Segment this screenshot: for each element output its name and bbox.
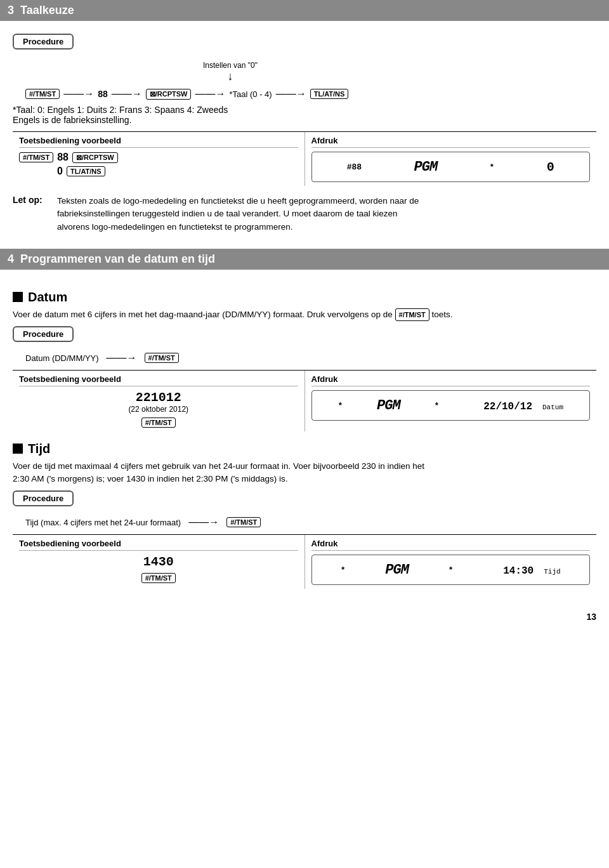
- pgm-star-tijd-r: *: [449, 565, 454, 575]
- toets-row-2: 0 TL/AT/NS: [19, 166, 298, 177]
- section4-title: Programmeren van de datum en tijd: [20, 253, 215, 266]
- arrow4: ——→: [276, 88, 306, 100]
- taal-label: *Taal (0 - 4): [229, 89, 272, 99]
- example-section-datum: Toetsbediening voorbeeld 221012 (22 okto…: [13, 370, 596, 431]
- datum-block: Datum Voer de datum met 6 cijfers in met…: [13, 290, 596, 431]
- procedure-box-1: Procedure: [13, 34, 74, 49]
- key-rcptsw-ex1: ⊠/RCPTSW: [72, 152, 118, 163]
- example-section-tijd: Toetsbediening voorbeeld 1430 #/TM/ST Af…: [13, 534, 596, 589]
- tijd-number: 1430: [19, 555, 298, 569]
- key-rcptsw-1: ⊠/RCPTSW: [146, 89, 192, 100]
- datum-print-label: Datum: [542, 404, 563, 411]
- datum-text: Voer de datum met 6 cijfers in met het d…: [13, 308, 596, 322]
- letop-text-3: Teksten zoals de logo-mededeling en func…: [57, 195, 419, 233]
- datum-toets-content: 221012 (22 oktober 2012) #/TM/ST: [19, 390, 298, 427]
- print-time-tijd: 14:30 Tijd: [503, 563, 560, 577]
- pgm-star-datum-l: *: [337, 401, 343, 411]
- letop-label-3: Let op:: [13, 195, 51, 233]
- print-display-datum: * PGM * 22/10/12 Datum: [311, 390, 591, 421]
- page-number-container: 13: [0, 605, 609, 628]
- page-number: 13: [586, 612, 596, 622]
- pgm-text-3: PGM: [414, 159, 438, 175]
- tijd-arrow: ——→: [188, 516, 219, 528]
- tijd-square: [13, 444, 23, 454]
- section3: 3 Taalkeuze Procedure Instellen van "0" …: [0, 0, 609, 249]
- procedure-box-tijd: Procedure: [13, 490, 74, 506]
- datum-date-text: (22 oktober 2012): [19, 405, 298, 414]
- section3-number: 3: [8, 4, 14, 17]
- arrow2: ——→: [112, 88, 142, 100]
- procedure-box-datum: Procedure: [13, 326, 74, 342]
- toetsbediening-header-datum: Toetsbediening voorbeeld: [19, 374, 298, 386]
- afdruk-header-3: Afdruk: [311, 136, 591, 148]
- section4-content: Datum Voer de datum met 6 cijfers in met…: [0, 276, 609, 605]
- pgm-star-tijd-l: *: [341, 565, 346, 575]
- key-tmst-datum-flow: #/TM/ST: [145, 353, 179, 363]
- print-val-3: 0: [547, 160, 554, 174]
- down-arrow-annotation: ↓: [227, 70, 233, 82]
- datum-flow-label: Datum (DD/MM/YY): [25, 353, 99, 363]
- tijd-text: Voer de tijd met maximaal 4 cijfers met …: [13, 460, 596, 486]
- toetsbediening-col-3: Toetsbediening voorbeeld #/TM/ST 88 ⊠/RC…: [13, 132, 305, 186]
- pgm-hash-3: #88: [347, 162, 362, 172]
- flow-row-3: #/TM/ST ——→ 88 ——→ ⊠/RCPTSW ——→ *Taal (0…: [25, 88, 596, 100]
- key-tmst-tijd-ex: #/TM/ST: [141, 573, 176, 583]
- val-0-ex: 0: [57, 166, 63, 177]
- print-display-3: #88 PGM * 0: [311, 152, 591, 182]
- pgm-text-tijd: PGM: [385, 562, 409, 578]
- tijd-header: Tijd: [13, 442, 596, 456]
- datum-arrow: ——→: [107, 352, 137, 364]
- key-tmst-datum-ref: #/TM/ST: [395, 308, 429, 322]
- val-88-ex: 88: [57, 152, 69, 163]
- afdruk-header-tijd: Afdruk: [311, 539, 591, 551]
- letop-3: Let op: Teksten zoals de logo-mededeling…: [13, 195, 596, 233]
- key-tmst-1: #/TM/ST: [25, 89, 60, 99]
- afdruk-col-3: Afdruk #88 PGM * 0: [305, 132, 597, 186]
- key-tmst-tijd-flow: #/TM/ST: [226, 517, 261, 527]
- afdruk-col-datum: Afdruk * PGM * 22/10/12 Datum: [305, 371, 597, 431]
- annotation-text: Instellen van "0": [203, 61, 258, 70]
- section4-number: 4: [8, 253, 14, 266]
- tijd-flow-label: Tijd (max. 4 cijfers met het 24-uur form…: [25, 518, 181, 527]
- toetsbediening-header-tijd: Toetsbediening voorbeeld: [19, 539, 298, 551]
- afdruk-col-tijd: Afdruk * PGM * 14:30 Tijd: [305, 535, 597, 589]
- datum-title: Datum: [28, 290, 67, 305]
- section3-content: Procedure Instellen van "0" ↓ #/TM/ST ——…: [0, 27, 609, 249]
- afdruk-header-datum: Afdruk: [311, 374, 591, 386]
- section3-title: Taalkeuze: [20, 4, 74, 17]
- datum-flow: Datum (DD/MM/YY) ——→ #/TM/ST: [25, 352, 596, 364]
- tijd-title: Tijd: [28, 442, 50, 456]
- tijd-print-label: Tijd: [544, 568, 560, 575]
- pgm-text-datum: PGM: [377, 398, 400, 414]
- tijd-block: Tijd Voer de tijd met maximaal 4 cijfers…: [13, 442, 596, 589]
- datum-header: Datum: [13, 290, 596, 305]
- toetsbediening-col-datum: Toetsbediening voorbeeld 221012 (22 okto…: [13, 371, 305, 431]
- toetsbediening-col-tijd: Toetsbediening voorbeeld 1430 #/TM/ST: [13, 535, 305, 589]
- key-tmst-ex1: #/TM/ST: [19, 152, 53, 162]
- print-display-tijd: * PGM * 14:30 Tijd: [311, 555, 591, 585]
- pgm-star-3: *: [490, 162, 495, 172]
- arrow1: ——→: [63, 88, 94, 100]
- key-tmst-datum-ex: #/TM/ST: [141, 418, 176, 428]
- taal-info: *Taal: 0: Engels 1: Duits 2: Frans 3: Sp…: [13, 105, 596, 125]
- section3-header: 3 Taalkeuze: [0, 0, 609, 21]
- toets-row-1: #/TM/ST 88 ⊠/RCPTSW: [19, 152, 298, 163]
- print-date-datum: 22/10/12 Datum: [483, 398, 563, 413]
- section4: 4 Programmeren van de datum en tijd Datu…: [0, 249, 609, 605]
- key-tlat-ex1: TL/AT/NS: [67, 166, 105, 176]
- toetsbediening-header-3: Toetsbediening voorbeeld: [19, 136, 298, 148]
- pgm-star-datum-r: *: [435, 401, 440, 411]
- key-tlat-1: TL/AT/NS: [310, 89, 349, 99]
- arrow3: ——→: [195, 88, 225, 100]
- val-88: 88: [98, 89, 108, 99]
- tijd-toets-content: 1430 #/TM/ST: [19, 555, 298, 582]
- datum-number: 221012: [19, 390, 298, 405]
- section4-header: 4 Programmeren van de datum en tijd: [0, 249, 609, 270]
- tijd-flow: Tijd (max. 4 cijfers met het 24-uur form…: [25, 516, 596, 528]
- example-section-3: Toetsbediening voorbeeld #/TM/ST 88 ⊠/RC…: [13, 131, 596, 186]
- datum-square: [13, 292, 23, 302]
